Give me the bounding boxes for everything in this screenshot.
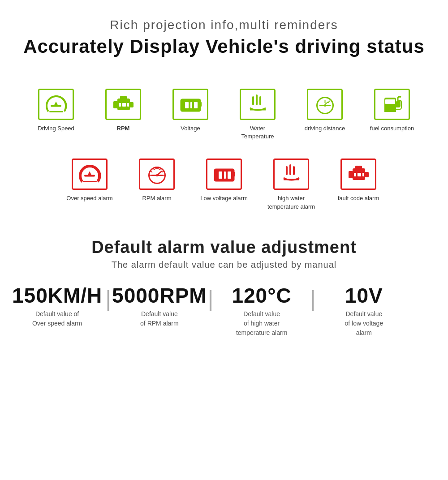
svg-rect-53 xyxy=(362,173,364,176)
svg-rect-51 xyxy=(354,173,356,176)
svg-rect-3 xyxy=(129,102,134,107)
svg-rect-50 xyxy=(358,166,362,169)
voltage-label: Voltage xyxy=(181,124,200,133)
svg-rect-12 xyxy=(185,102,189,108)
water-temp-icon-box xyxy=(240,89,276,120)
info-icons-section: Driving Speed RPM xyxy=(9,75,439,145)
fuel-consumption-icon xyxy=(380,93,405,116)
alarm-icon-over-speed: Over speed alarm xyxy=(65,159,114,202)
fuel-consumption-icon-box xyxy=(374,89,410,120)
svg-rect-0 xyxy=(49,111,63,112)
info-icon-water-temp: Water Temperature xyxy=(233,89,282,141)
high-water-temp-alarm-icon xyxy=(279,163,304,186)
alarm-icon-low-voltage: Low voltage alarm xyxy=(199,159,249,202)
alarm-value-water-temp: 120°C Default valueof high watertemperat… xyxy=(214,283,310,338)
svg-line-24 xyxy=(325,102,328,104)
fault-code-alarm-icon-box xyxy=(340,159,376,190)
fuel-consumption-label: fuel consumption xyxy=(370,124,414,133)
svg-rect-7 xyxy=(122,103,126,107)
svg-rect-8 xyxy=(127,103,129,107)
alarm-section-title: Default alarm value adjustment xyxy=(9,238,439,257)
driving-distance-icon-box xyxy=(307,89,343,120)
svg-rect-11 xyxy=(200,102,202,107)
over-speed-value: 150KM/H xyxy=(12,283,102,308)
svg-rect-25 xyxy=(385,99,395,104)
svg-rect-1 xyxy=(113,101,118,108)
svg-line-33 xyxy=(162,171,164,172)
svg-point-23 xyxy=(324,104,326,107)
divider-3: | xyxy=(310,283,316,312)
svg-rect-6 xyxy=(119,103,121,107)
over-speed-alarm-icon xyxy=(78,163,102,185)
svg-rect-48 xyxy=(365,172,369,177)
svg-rect-13 xyxy=(190,102,192,108)
low-voltage-alarm-icon-box xyxy=(206,159,242,190)
header-main-title: Accurately Display Vehicle's driving sta… xyxy=(23,36,425,57)
over-speed-value-label: Default value ofOver speed alarm xyxy=(32,309,82,328)
rpm-value: 5000RPM xyxy=(112,283,207,308)
low-voltage-alarm-label: Low voltage alarm xyxy=(200,194,248,202)
svg-rect-38 xyxy=(233,172,235,176)
divider-1: | xyxy=(105,283,111,312)
alarm-icons-row: Over speed alarm RPM alarm xyxy=(65,159,383,210)
info-icon-fuel-consumption: fuel consumption xyxy=(367,89,417,133)
default-alarm-section: Default alarm value adjustment The alarm… xyxy=(9,229,439,342)
rpm-icon-box xyxy=(105,89,141,120)
svg-rect-14 xyxy=(194,102,198,108)
rpm-alarm-icon xyxy=(145,163,169,185)
high-water-temp-alarm-label: high watertemperature alarm xyxy=(267,194,315,210)
svg-rect-44 xyxy=(293,166,295,175)
high-water-temp-alarm-icon-box xyxy=(273,159,309,190)
svg-rect-5 xyxy=(123,96,127,99)
svg-rect-52 xyxy=(358,173,361,176)
svg-rect-39 xyxy=(219,171,222,179)
low-voltage-value: 10V xyxy=(345,283,383,308)
driving-distance-label: driving distance xyxy=(305,124,345,133)
svg-rect-15 xyxy=(252,96,254,105)
alarm-icon-fault-code: fault code alarm xyxy=(334,159,383,202)
svg-rect-41 xyxy=(228,171,231,179)
svg-rect-46 xyxy=(349,171,353,178)
svg-rect-4 xyxy=(120,96,124,99)
header-section: Rich projection info,multi reminders Acc… xyxy=(23,18,425,57)
fault-code-alarm-icon xyxy=(346,163,371,185)
voltage-icon-box xyxy=(172,89,208,120)
svg-rect-40 xyxy=(224,171,226,179)
alarm-section-subtitle: The alarm default value can be adjusted … xyxy=(9,260,439,270)
divider-2: | xyxy=(208,283,214,312)
svg-rect-17 xyxy=(259,96,261,105)
driving-speed-icon xyxy=(44,93,69,116)
svg-rect-16 xyxy=(256,94,258,105)
water-temp-label: Water Temperature xyxy=(233,124,282,141)
water-temp-value: 120°C xyxy=(232,283,291,308)
low-voltage-value-label: Default valueof low voltagealarm xyxy=(345,309,383,338)
water-temp-icon xyxy=(246,93,270,116)
svg-rect-27 xyxy=(83,181,97,182)
svg-rect-42 xyxy=(286,166,288,175)
rpm-alarm-label: RPM alarm xyxy=(142,194,171,202)
svg-rect-49 xyxy=(355,166,359,169)
voltage-battery-icon xyxy=(178,93,203,116)
driving-distance-icon xyxy=(313,93,337,116)
svg-line-32 xyxy=(151,171,152,172)
info-icon-rpm: RPM xyxy=(99,89,148,133)
water-temp-value-label: Default valueof high watertemperature al… xyxy=(236,309,287,338)
driving-speed-label: Driving Speed xyxy=(38,124,74,133)
alarm-icons-section: Over speed alarm RPM alarm xyxy=(9,145,439,215)
rpm-label: RPM xyxy=(117,124,130,133)
header-subtitle: Rich projection info,multi reminders xyxy=(23,18,425,32)
svg-point-26 xyxy=(399,96,401,98)
svg-point-35 xyxy=(156,174,158,176)
fault-code-alarm-label: fault code alarm xyxy=(338,194,379,202)
rpm-value-label: Default valueof RPM alarm xyxy=(140,309,179,328)
info-icon-voltage: Voltage xyxy=(166,89,215,133)
driving-speed-icon-box xyxy=(38,89,74,120)
alarm-values-row: 150KM/H Default value ofOver speed alarm… xyxy=(9,283,412,338)
rpm-engine-icon xyxy=(111,93,136,116)
rpm-alarm-icon-box xyxy=(139,159,175,190)
alarm-value-rpm: 5000RPM Default valueof RPM alarm xyxy=(111,283,207,328)
over-speed-alarm-icon-box xyxy=(72,159,108,190)
alarm-icon-rpm: RPM alarm xyxy=(132,159,181,202)
info-icon-driving-speed: Driving Speed xyxy=(31,89,81,133)
over-speed-alarm-label: Over speed alarm xyxy=(66,194,112,202)
